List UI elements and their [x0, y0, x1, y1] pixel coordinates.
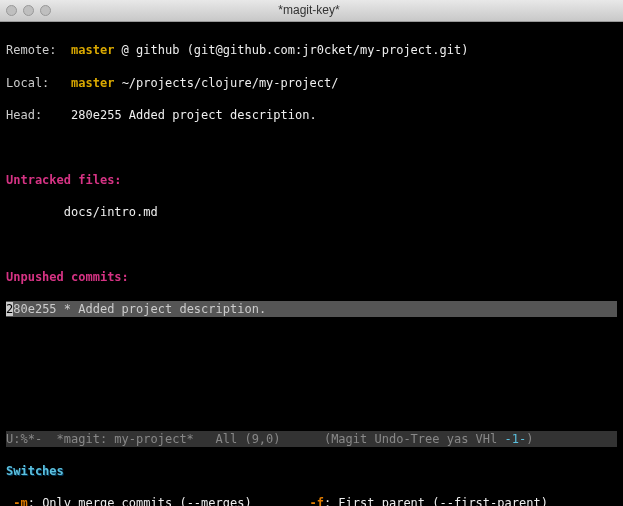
switch-f[interactable]: -f — [309, 496, 323, 506]
window-controls — [6, 5, 51, 16]
remote-label: Remote: — [6, 43, 57, 57]
modeline-upper: U:%*- *magit: my-project* All (9,0) (Mag… — [6, 431, 617, 447]
head-label: Head: — [6, 108, 42, 122]
remote-branch: master — [71, 43, 114, 57]
commit-msg: * Added project description. — [57, 302, 267, 316]
commit-row[interactable]: 280e255 * Added project description. — [6, 301, 617, 317]
untracked-heading[interactable]: Untracked files: — [6, 173, 122, 187]
head-value: 280e255 Added project description. — [71, 108, 317, 122]
unpushed-heading[interactable]: Unpushed commits: — [6, 270, 129, 284]
close-icon[interactable] — [6, 5, 17, 16]
commit-hash: 80e255 — [13, 302, 56, 316]
remote-url: @ github (git@github.com:jr0cket/my-proj… — [114, 43, 468, 57]
untracked-file[interactable]: docs/intro.md — [64, 205, 158, 219]
local-path: ~/projects/clojure/my-project/ — [114, 76, 338, 90]
switches-heading: Switches — [6, 464, 64, 478]
local-label: Local: — [6, 76, 49, 90]
zoom-icon[interactable] — [40, 5, 51, 16]
local-branch: master — [71, 76, 114, 90]
minimize-icon[interactable] — [23, 5, 34, 16]
terminal-body[interactable]: Remote: master @ github (git@github.com:… — [0, 22, 623, 506]
titlebar: *magit-key* — [0, 0, 623, 22]
window-title: *magit-key* — [51, 2, 567, 18]
switch-m[interactable]: -m — [6, 496, 28, 506]
